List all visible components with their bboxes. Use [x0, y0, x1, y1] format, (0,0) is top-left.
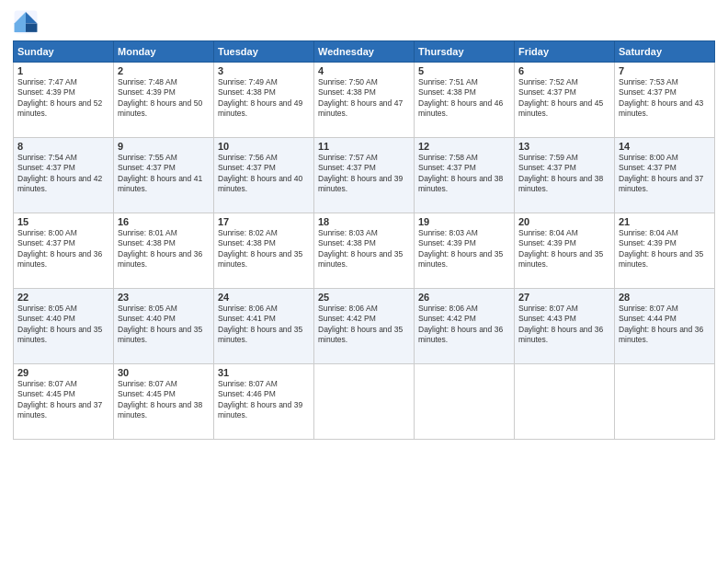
day-number: 24: [218, 292, 310, 303]
day-number: 17: [218, 216, 310, 227]
calendar-cell: 3 Sunrise: 7:49 AM Sunset: 4:38 PM Dayli…: [214, 63, 314, 138]
day-number: 2: [118, 65, 210, 76]
calendar-cell: [515, 364, 615, 440]
cell-content: Sunrise: 8:06 AM Sunset: 4:42 PM Dayligh…: [318, 304, 410, 346]
calendar-cell: 17 Sunrise: 8:02 AM Sunset: 4:38 PM Dayl…: [214, 213, 314, 289]
cell-content: Sunrise: 8:07 AM Sunset: 4:44 PM Dayligh…: [619, 304, 711, 346]
day-number: 11: [318, 141, 410, 152]
calendar-week-3: 15 Sunrise: 8:00 AM Sunset: 4:37 PM Dayl…: [14, 213, 715, 289]
cell-content: Sunrise: 8:07 AM Sunset: 4:45 PM Dayligh…: [118, 379, 210, 421]
calendar-week-1: 1 Sunrise: 7:47 AM Sunset: 4:39 PM Dayli…: [14, 63, 715, 138]
day-number: 26: [418, 292, 510, 303]
day-header-saturday: Saturday: [615, 41, 715, 63]
day-number: 4: [318, 65, 410, 76]
day-number: 10: [218, 141, 310, 152]
calendar-cell: [415, 364, 515, 440]
calendar-cell: 1 Sunrise: 7:47 AM Sunset: 4:39 PM Dayli…: [14, 63, 114, 138]
calendar-cell: 26 Sunrise: 8:06 AM Sunset: 4:42 PM Dayl…: [415, 289, 515, 364]
cell-content: Sunrise: 7:48 AM Sunset: 4:39 PM Dayligh…: [118, 77, 210, 120]
day-number: 18: [318, 216, 410, 227]
cell-content: Sunrise: 7:50 AM Sunset: 4:38 PM Dayligh…: [318, 77, 410, 120]
calendar-cell: 25 Sunrise: 8:06 AM Sunset: 4:42 PM Dayl…: [314, 289, 415, 364]
calendar-cell: 21 Sunrise: 8:04 AM Sunset: 4:39 PM Dayl…: [615, 213, 715, 289]
day-header-wednesday: Wednesday: [314, 41, 415, 63]
cell-content: Sunrise: 8:02 AM Sunset: 4:38 PM Dayligh…: [218, 228, 310, 270]
calendar-week-4: 22 Sunrise: 8:05 AM Sunset: 4:40 PM Dayl…: [14, 289, 715, 364]
calendar-cell: 5 Sunrise: 7:51 AM Sunset: 4:38 PM Dayli…: [415, 63, 515, 138]
calendar-cell: 24 Sunrise: 8:06 AM Sunset: 4:41 PM Dayl…: [214, 289, 314, 364]
page: SundayMondayTuesdayWednesdayThursdayFrid…: [0, 0, 728, 563]
calendar-cell: [615, 364, 715, 440]
cell-content: Sunrise: 8:03 AM Sunset: 4:38 PM Dayligh…: [318, 228, 410, 270]
cell-content: Sunrise: 8:01 AM Sunset: 4:38 PM Dayligh…: [118, 228, 210, 270]
header: [13, 9, 715, 35]
calendar-cell: 28 Sunrise: 8:07 AM Sunset: 4:44 PM Dayl…: [615, 289, 715, 364]
cell-content: Sunrise: 7:58 AM Sunset: 4:37 PM Dayligh…: [418, 153, 510, 195]
calendar-cell: 19 Sunrise: 8:03 AM Sunset: 4:39 PM Dayl…: [415, 213, 515, 289]
cell-content: Sunrise: 7:54 AM Sunset: 4:37 PM Dayligh…: [17, 153, 109, 195]
day-number: 22: [17, 292, 109, 303]
cell-content: Sunrise: 8:04 AM Sunset: 4:39 PM Dayligh…: [619, 228, 711, 270]
cell-content: Sunrise: 7:49 AM Sunset: 4:38 PM Dayligh…: [218, 77, 310, 120]
day-number: 15: [17, 216, 109, 227]
calendar-table: SundayMondayTuesdayWednesdayThursdayFrid…: [13, 40, 715, 440]
cell-content: Sunrise: 8:04 AM Sunset: 4:39 PM Dayligh…: [518, 228, 610, 270]
cell-content: Sunrise: 8:06 AM Sunset: 4:41 PM Dayligh…: [218, 304, 310, 346]
day-header-monday: Monday: [114, 41, 214, 63]
calendar-week-5: 29 Sunrise: 8:07 AM Sunset: 4:45 PM Dayl…: [14, 364, 715, 440]
day-number: 9: [118, 141, 210, 152]
calendar-cell: 7 Sunrise: 7:53 AM Sunset: 4:37 PM Dayli…: [615, 63, 715, 138]
calendar-cell: 23 Sunrise: 8:05 AM Sunset: 4:40 PM Dayl…: [114, 289, 214, 364]
calendar-cell: 27 Sunrise: 8:07 AM Sunset: 4:43 PM Dayl…: [515, 289, 615, 364]
cell-content: Sunrise: 8:05 AM Sunset: 4:40 PM Dayligh…: [118, 304, 210, 346]
calendar-cell: 16 Sunrise: 8:01 AM Sunset: 4:38 PM Dayl…: [114, 213, 214, 289]
calendar-cell: 13 Sunrise: 7:59 AM Sunset: 4:37 PM Dayl…: [515, 138, 615, 213]
calendar-cell: 31 Sunrise: 8:07 AM Sunset: 4:46 PM Dayl…: [214, 364, 314, 440]
calendar-cell: [314, 364, 415, 440]
day-number: 20: [518, 216, 610, 227]
cell-content: Sunrise: 7:52 AM Sunset: 4:37 PM Dayligh…: [518, 77, 610, 120]
day-number: 12: [418, 141, 510, 152]
cell-content: Sunrise: 7:51 AM Sunset: 4:38 PM Dayligh…: [418, 77, 510, 120]
calendar-cell: 15 Sunrise: 8:00 AM Sunset: 4:37 PM Dayl…: [14, 213, 114, 289]
cell-content: Sunrise: 7:55 AM Sunset: 4:37 PM Dayligh…: [118, 153, 210, 195]
calendar-cell: 8 Sunrise: 7:54 AM Sunset: 4:37 PM Dayli…: [14, 138, 114, 213]
calendar-cell: 30 Sunrise: 8:07 AM Sunset: 4:45 PM Dayl…: [114, 364, 214, 440]
cell-content: Sunrise: 7:59 AM Sunset: 4:37 PM Dayligh…: [518, 153, 610, 195]
calendar-cell: 11 Sunrise: 7:57 AM Sunset: 4:37 PM Dayl…: [314, 138, 415, 213]
calendar-cell: 9 Sunrise: 7:55 AM Sunset: 4:37 PM Dayli…: [114, 138, 214, 213]
day-number: 13: [518, 141, 610, 152]
calendar-cell: 4 Sunrise: 7:50 AM Sunset: 4:38 PM Dayli…: [314, 63, 415, 138]
cell-content: Sunrise: 7:57 AM Sunset: 4:37 PM Dayligh…: [318, 153, 410, 195]
calendar-cell: 29 Sunrise: 8:07 AM Sunset: 4:45 PM Dayl…: [14, 364, 114, 440]
day-number: 5: [418, 65, 510, 76]
calendar-cell: 22 Sunrise: 8:05 AM Sunset: 4:40 PM Dayl…: [14, 289, 114, 364]
cell-content: Sunrise: 8:06 AM Sunset: 4:42 PM Dayligh…: [418, 304, 510, 346]
cell-content: Sunrise: 8:00 AM Sunset: 4:37 PM Dayligh…: [619, 153, 711, 195]
day-number: 7: [619, 65, 711, 76]
logo-icon: [13, 9, 39, 35]
day-header-tuesday: Tuesday: [214, 41, 314, 63]
day-number: 27: [518, 292, 610, 303]
svg-marker-2: [26, 24, 37, 32]
day-number: 8: [17, 141, 109, 152]
cell-content: Sunrise: 7:47 AM Sunset: 4:39 PM Dayligh…: [17, 77, 109, 120]
cell-content: Sunrise: 8:05 AM Sunset: 4:40 PM Dayligh…: [17, 304, 109, 346]
day-number: 30: [118, 367, 210, 378]
calendar-cell: 18 Sunrise: 8:03 AM Sunset: 4:38 PM Dayl…: [314, 213, 415, 289]
day-number: 21: [619, 216, 711, 227]
day-number: 14: [619, 141, 711, 152]
calendar-cell: 6 Sunrise: 7:52 AM Sunset: 4:37 PM Dayli…: [515, 63, 615, 138]
calendar-cell: 2 Sunrise: 7:48 AM Sunset: 4:39 PM Dayli…: [114, 63, 214, 138]
day-number: 29: [17, 367, 109, 378]
day-number: 6: [518, 65, 610, 76]
day-number: 25: [318, 292, 410, 303]
calendar-cell: 14 Sunrise: 8:00 AM Sunset: 4:37 PM Dayl…: [615, 138, 715, 213]
day-header-friday: Friday: [515, 41, 615, 63]
logo: [13, 9, 42, 35]
day-header-sunday: Sunday: [14, 41, 114, 63]
day-number: 23: [118, 292, 210, 303]
calendar-header-row: SundayMondayTuesdayWednesdayThursdayFrid…: [14, 41, 715, 63]
calendar-cell: 10 Sunrise: 7:56 AM Sunset: 4:37 PM Dayl…: [214, 138, 314, 213]
day-number: 1: [17, 65, 109, 76]
